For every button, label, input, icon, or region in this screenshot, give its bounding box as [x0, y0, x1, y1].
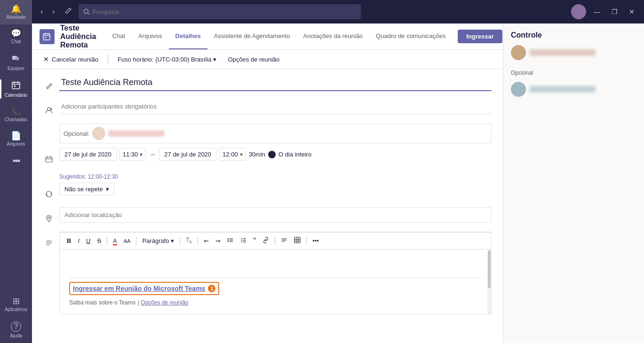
toggle-icon	[268, 151, 276, 158]
sidebar-item-chat[interactable]: 💬 Chat	[0, 24, 32, 49]
form-area: Opcional: 27 de jul de 2020	[32, 69, 503, 343]
meeting-title: Teste Audiência Remota	[60, 24, 96, 49]
more-editor-button[interactable]: •••	[310, 236, 321, 246]
sidebar-item-aplicativos[interactable]: ⊞ Aplicativos	[0, 292, 32, 317]
sidebar-item-atividade[interactable]: 🔔 Atividade	[0, 0, 32, 24]
apps-icon: ⊞	[13, 297, 20, 305]
optional-field[interactable]: Opcional:	[59, 124, 492, 143]
svg-text:3: 3	[241, 240, 242, 243]
back-button[interactable]: ‹	[38, 6, 46, 18]
sidebar-item-label: Chamadas	[5, 117, 27, 122]
attendee-avatar	[511, 45, 526, 60]
arrow-icon: →	[149, 150, 156, 159]
svg-rect-40	[294, 237, 300, 243]
strikethrough-button[interactable]: S	[95, 236, 103, 246]
editor-separator-3	[180, 237, 180, 245]
indent-decrease-button[interactable]: ⇐	[201, 236, 211, 246]
svg-rect-6	[14, 86, 16, 87]
join-meeting-link[interactable]: Ingressar em Reunião do Microsoft Teams	[73, 285, 205, 292]
optional-label: Opcional:	[64, 130, 89, 137]
paragraph-button[interactable]: Parágrafo ▾	[140, 236, 176, 246]
location-input[interactable]	[59, 207, 492, 223]
participants-input[interactable]	[59, 99, 492, 114]
start-time-select[interactable]: 11:30 ▾	[119, 148, 146, 161]
suggested-times-value[interactable]: 12:00-12:30	[88, 173, 118, 180]
font-color-button[interactable]: A	[111, 236, 119, 246]
date-row: 27 de jul de 2020 11:30 ▾ → 27 de jul de…	[59, 148, 311, 161]
table-button[interactable]	[292, 235, 303, 246]
bullet-list-button[interactable]	[225, 235, 236, 246]
cancel-label: Cancelar reunião	[52, 56, 98, 63]
bold-button[interactable]: B	[64, 236, 73, 246]
sidebar-item-label: Atividade	[6, 15, 25, 20]
svg-line-8	[87, 13, 89, 15]
editor-separator-5	[275, 237, 275, 245]
restore-button[interactable]: ❐	[608, 6, 621, 17]
tab-quadro[interactable]: Quadro de comunicações	[369, 23, 452, 49]
allday-toggle[interactable]: O dia inteiro	[268, 151, 311, 158]
join-link-box: Ingressar em Reunião do Microsoft Teams …	[69, 282, 219, 295]
search-bar[interactable]	[79, 4, 361, 19]
svg-point-7	[84, 9, 88, 14]
start-time-value: 11:30	[123, 151, 138, 158]
calendar-icon	[11, 80, 21, 91]
numbered-list-button[interactable]: 123	[238, 235, 249, 246]
sidebar-item-arquivos[interactable]: 📄 Arquivos	[0, 127, 32, 151]
sidebar-item-label: Arquivos	[7, 141, 25, 147]
tab-anotacoes[interactable]: Anotações da reunião	[297, 23, 369, 49]
duration-badge: 30min	[249, 151, 265, 158]
optional-row: Opcional:	[43, 124, 492, 144]
saiba-mais-text: Saiba mais sobre o Teams	[69, 299, 135, 306]
sidebar-item-ajuda[interactable]: ? Ajuda	[0, 317, 32, 343]
minimize-button[interactable]: —	[590, 6, 604, 17]
sidebar-item-mais[interactable]: •••	[0, 151, 32, 170]
timezone-button[interactable]: Fuso horário: (UTC-03:00) Brasília ▾	[114, 54, 220, 65]
meeting-actions: Ingressar Fechar	[458, 30, 503, 43]
chat-icon: 💬	[11, 29, 21, 38]
underline-button[interactable]: U	[84, 236, 93, 246]
attendee-name	[530, 49, 596, 56]
more-icon: •••	[12, 156, 19, 165]
meeting-icon	[40, 29, 55, 44]
repeat-value: Não se repete	[64, 186, 103, 193]
edit-button[interactable]	[62, 5, 75, 18]
tab-arquivos[interactable]: Arquivos	[132, 23, 169, 49]
sidebar-item-chamadas[interactable]: 📞 Chamadas	[0, 102, 32, 127]
forward-button[interactable]: ›	[49, 6, 57, 18]
sidebar-item-equipes[interactable]: Equipes	[0, 49, 32, 76]
italic-button[interactable]: I	[75, 236, 82, 246]
end-time-select[interactable]: 12:00 ▾	[219, 148, 246, 161]
font-size-button[interactable]: AA	[121, 237, 133, 245]
search-input[interactable]	[93, 8, 356, 16]
avatar[interactable]	[571, 4, 586, 19]
link-button[interactable]	[260, 235, 271, 246]
optional-spacer	[43, 125, 55, 144]
editor-content[interactable]: Ingressar em Reunião do Microsoft Teams …	[60, 249, 491, 314]
quote-button[interactable]: "	[251, 236, 259, 246]
indent-increase-button[interactable]: ⇒	[213, 236, 223, 246]
svg-point-25	[227, 238, 228, 239]
scrollbar-thumb	[488, 250, 491, 288]
clear-format-button[interactable]: Tx	[183, 235, 194, 246]
title-input[interactable]	[59, 75, 492, 91]
tab-detalhes[interactable]: Detalhes	[169, 23, 207, 49]
sidebar-item-label: Ajuda	[10, 333, 22, 338]
sidebar-item-calendario[interactable]: Calendário	[0, 76, 32, 102]
repeat-select[interactable]: Não se repete ▾	[59, 183, 114, 195]
editor-scrollbar[interactable]	[487, 249, 491, 314]
cancel-meeting-button[interactable]: ✕ Cancelar reunião	[40, 54, 102, 65]
search-icon	[83, 8, 90, 15]
start-date-field[interactable]: 27 de jul de 2020	[59, 148, 117, 161]
opcoes-reuniao-link[interactable]: Opções de reunião	[141, 299, 188, 306]
center-panel: Teste Audiência Remota Chat Arquivos Det…	[32, 23, 503, 343]
repeat-row: Não se repete ▾	[43, 183, 492, 203]
close-button[interactable]: ✕	[625, 6, 638, 17]
end-date-field[interactable]: 27 de jul de 2020	[159, 148, 216, 161]
align-button[interactable]	[278, 235, 290, 246]
svg-point-27	[227, 240, 228, 241]
meeting-options-button[interactable]: Opções de reunião	[224, 54, 283, 65]
join-button[interactable]: Ingressar	[458, 30, 502, 43]
sidebar-item-label: Calendário	[5, 93, 27, 98]
tab-assistente[interactable]: Assistente de Agendamento	[207, 23, 297, 49]
tab-chat[interactable]: Chat	[105, 23, 131, 49]
